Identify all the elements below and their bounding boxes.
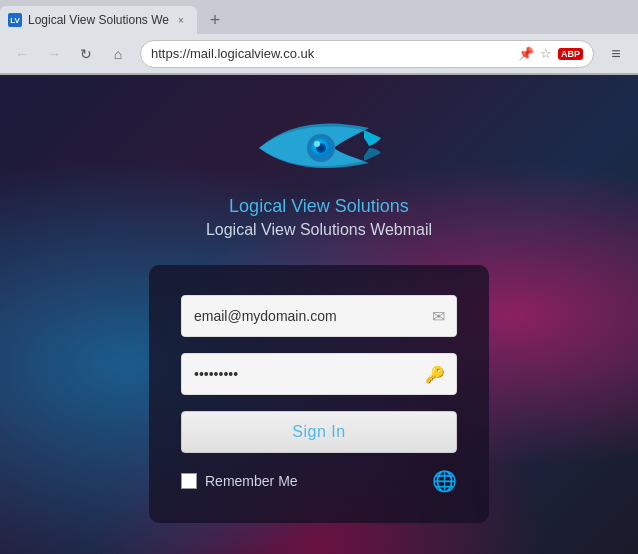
remember-me-label[interactable]: Remember Me [181,473,298,489]
home-button[interactable]: ⌂ [104,40,132,68]
remember-me-checkbox[interactable] [181,473,197,489]
remember-me-text: Remember Me [205,473,298,489]
tab-close-button[interactable]: × [173,12,189,28]
new-tab-button[interactable]: + [201,6,229,34]
active-tab[interactable]: LV Logical View Solutions We × [0,6,197,34]
logo-image [239,108,399,188]
login-card: ✉ 🔑 Sign In Remember Me 🌐 [149,265,489,523]
tab-bar: LV Logical View Solutions We × + [0,0,638,34]
brand-name: Logical View Solutions [229,196,409,217]
email-icon: ✉ [432,306,445,325]
page-content: Logical View Solutions Logical View Solu… [0,75,638,554]
svg-point-4 [314,141,320,147]
sign-in-button[interactable]: Sign In [181,411,457,453]
address-text: https://mail.logicalview.co.uk [151,46,518,61]
tab-title: Logical View Solutions We [28,13,169,27]
abp-badge[interactable]: ABP [558,48,583,60]
browser-menu-button[interactable]: ≡ [602,40,630,68]
nav-bar: ← → ↻ ⌂ https://mail.logicalview.co.uk 📌… [0,34,638,74]
forward-button[interactable]: → [40,40,68,68]
address-bar[interactable]: https://mail.logicalview.co.uk 📌 ☆ ABP [140,40,594,68]
password-input[interactable] [181,353,457,395]
card-footer: Remember Me 🌐 [181,469,457,493]
tab-favicon: LV [8,13,22,27]
pin-icon[interactable]: 📌 [518,46,534,61]
address-icons: 📌 ☆ ABP [518,46,583,61]
brand-subtitle: Logical View Solutions Webmail [206,221,432,239]
logo-container: Logical View Solutions Logical View Solu… [206,108,432,239]
email-field-wrapper: ✉ [181,295,457,337]
email-input[interactable] [181,295,457,337]
password-field-wrapper: 🔑 [181,353,457,395]
star-icon[interactable]: ☆ [540,46,552,61]
globe-icon[interactable]: 🌐 [432,469,457,493]
reload-button[interactable]: ↻ [72,40,100,68]
key-icon: 🔑 [425,364,445,383]
back-button[interactable]: ← [8,40,36,68]
browser-chrome: LV Logical View Solutions We × + ← → ↻ ⌂… [0,0,638,75]
